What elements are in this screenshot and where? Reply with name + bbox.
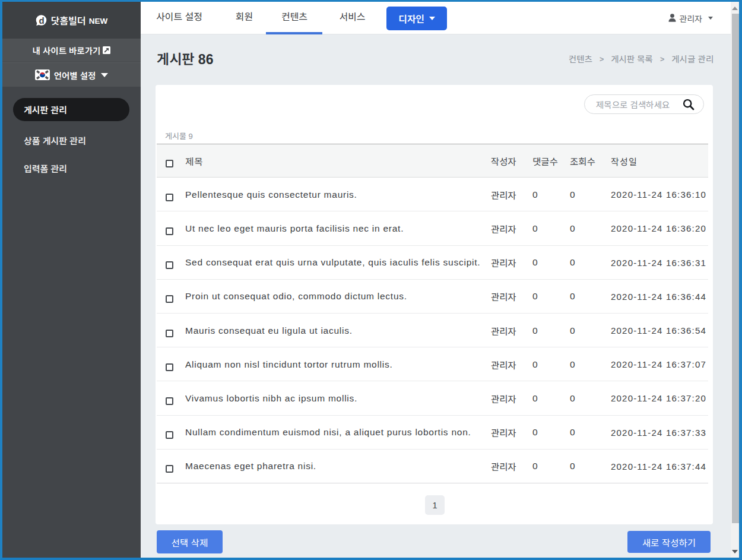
svg-text:d: d: [39, 15, 44, 25]
